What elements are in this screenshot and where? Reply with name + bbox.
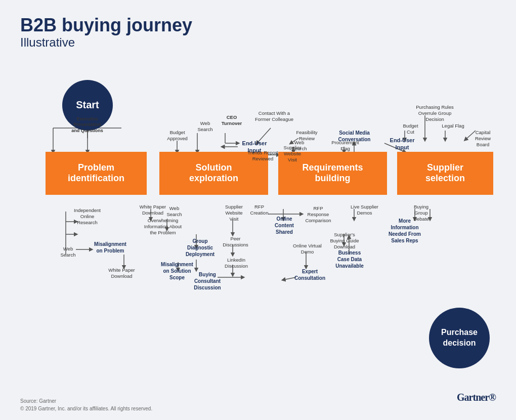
legal-flag-label: Legal Flag xyxy=(439,123,467,129)
exec-presentation-label: ExecutivePresentationand Questions xyxy=(61,116,114,134)
end-user-input-2-label: End-UserInput xyxy=(384,137,420,151)
web-search-3-label: WebSearch xyxy=(57,246,79,259)
overwhelming-info-label: OverwhelmingInformation Aboutthe Problem xyxy=(143,218,183,236)
footer-source: Source: Gartner xyxy=(20,397,152,405)
budget-cut-label: BudgetCut xyxy=(397,123,424,136)
diagram-area: Start Problemidentification Solutionexpl… xyxy=(20,55,496,348)
main-container: B2B buying journey Illustrative xyxy=(0,0,516,420)
white-paper-2-label: White PaperDownload xyxy=(105,267,138,280)
gartner-logo: Gartner® xyxy=(457,390,496,412)
expert-consultation-label: ExpertConsultation xyxy=(293,268,326,281)
phase-problem: Problemidentification xyxy=(46,152,147,195)
trends-report-label: Trends ReportReviewed xyxy=(246,150,279,162)
supplier-website-upper-label: SupplierWebsiteVisit xyxy=(277,145,308,163)
web-search-1-label: WebSearch xyxy=(191,120,219,133)
purchase-circle: Purchasedecision xyxy=(429,308,490,368)
budget-approved-label: BudgetApproved xyxy=(161,130,194,142)
capital-review-label: CapitalReviewBoard xyxy=(466,130,499,148)
independent-research-label: IndependentOnlineResearch xyxy=(71,207,104,226)
social-media-label: Social MediaConversation xyxy=(333,130,376,143)
live-demos-label: Live SupplierDemos xyxy=(348,204,381,217)
rfp-response-label: RFPResponseComparison xyxy=(301,205,335,224)
footer-copyright: © 2019 Gartner, Inc. and/or its affiliat… xyxy=(20,405,152,412)
more-info-label: MoreInformationNeeded FromSales Reps xyxy=(384,218,425,244)
page-subtitle: Illustrative xyxy=(20,35,496,50)
group-diagnostic-label: GroupDiagnosticDeployment xyxy=(181,238,219,258)
misalignment-problem-label: Misalignmenton Problem xyxy=(90,241,131,254)
business-case-label: BusinessCase DataUnavailable xyxy=(330,249,369,269)
footer: Source: Gartner © 2019 Gartner, Inc. and… xyxy=(20,397,152,412)
suppliers-guide-label: Supplier'sBuying GuideDownload xyxy=(326,232,363,250)
linkedin-label: LinkedInDiscussion xyxy=(222,257,251,270)
contact-colleague-label: Contact With aFormer Colleague xyxy=(254,110,294,123)
purchasing-rules-label: Purchasing RulesOverrule Group Decision xyxy=(411,104,459,123)
ceo-turnover-label: CEOTurnover xyxy=(217,114,247,127)
rfp-creation-label: RFPCreation xyxy=(245,204,273,217)
peer-discussions-label: PeerDiscussions xyxy=(222,236,249,248)
phase-supplier: Supplierselection xyxy=(397,152,493,195)
web-search-4-label: WebSearch xyxy=(163,205,186,218)
online-content-label: OnlineContentShared xyxy=(267,216,302,235)
page-title: B2B buying journey xyxy=(20,15,496,35)
buying-consultant-label: BuyingConsultantDiscussion xyxy=(187,271,228,291)
online-virtual-label: Online VirtualDemo xyxy=(291,243,324,256)
